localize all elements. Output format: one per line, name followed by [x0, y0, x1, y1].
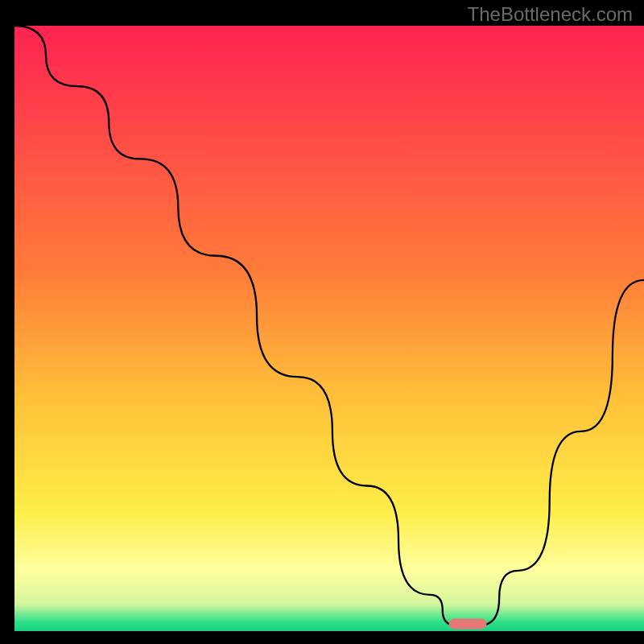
watermark-text: TheBottleneck.com	[468, 3, 633, 25]
bottleneck-chart: TheBottleneck.com	[0, 0, 644, 644]
marker-optimal-point	[449, 618, 487, 629]
plot-area	[14, 26, 644, 631]
chart-svg: TheBottleneck.com	[0, 0, 644, 644]
